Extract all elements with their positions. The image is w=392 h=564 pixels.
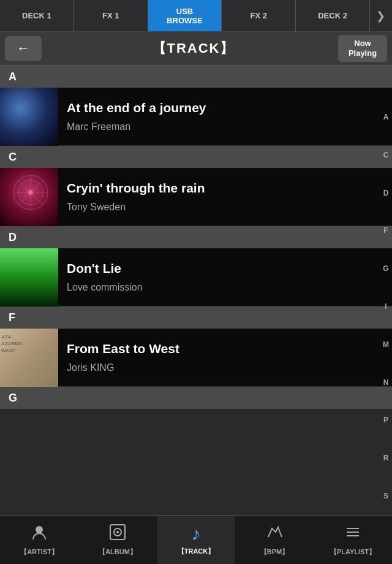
header-bar: ← 【TRACK】 NowPlaying — [0, 32, 392, 66]
playlist-tab-label: 【PLAYLIST】 — [330, 547, 375, 557]
alpha-c[interactable]: C — [383, 151, 389, 159]
track-art-paper: AZAAZARDOWAST — [0, 329, 58, 387]
alpha-f[interactable]: F — [383, 226, 388, 235]
alpha-p[interactable]: P — [383, 416, 388, 424]
nav-more-button[interactable]: ❯ — [370, 0, 392, 31]
music-note-icon: ♪ — [192, 524, 201, 544]
track-tab-label: 【TRACK】 — [178, 547, 215, 556]
track-info: From East to West Joris KING — [58, 335, 392, 379]
section-header-c: C — [0, 146, 392, 168]
back-button[interactable]: ← — [5, 36, 42, 61]
track-art-ferris — [0, 168, 58, 226]
svg-point-10 — [116, 531, 119, 533]
bottom-tab-artist[interactable]: 【ARTIST】 — [0, 516, 78, 564]
alpha-a[interactable]: A — [383, 113, 389, 121]
tab-fx2[interactable]: FX 2 — [222, 0, 296, 31]
alpha-g[interactable]: G — [383, 264, 388, 273]
track-title: At the end of a journey — [67, 101, 383, 115]
alpha-d[interactable]: D — [383, 189, 389, 197]
track-info: Don't Lie Love commission — [58, 255, 392, 299]
bottom-tab-album[interactable]: 【ALBUM】 — [78, 516, 157, 564]
now-playing-button[interactable]: NowPlaying — [338, 35, 387, 62]
svg-point-7 — [36, 526, 43, 533]
track-item-cryin[interactable]: Cryin' through the rain Tony Sweden — [0, 168, 392, 226]
svg-point-6 — [28, 190, 33, 195]
bottom-tab-bpm[interactable]: 【BPM】 — [235, 516, 314, 564]
track-art-green — [0, 248, 58, 307]
album-tab-label: 【ALBUM】 — [99, 547, 137, 557]
alpha-i[interactable]: I — [385, 302, 386, 311]
track-title: From East to West — [67, 341, 383, 356]
bottom-tab-playlist[interactable]: 【PLAYLIST】 — [314, 516, 392, 564]
alpha-m[interactable]: M — [383, 340, 389, 349]
bpm-icon — [266, 524, 283, 545]
track-info: Cryin' through the rain Tony Sweden — [58, 175, 392, 219]
section-header-d: D — [0, 226, 392, 248]
track-art-planet — [0, 88, 58, 146]
track-title: Cryin' through the rain — [67, 181, 383, 196]
track-artist: Marc Freeman — [67, 121, 383, 132]
track-artist: Joris KING — [67, 362, 383, 373]
section-header-a: A — [0, 66, 392, 88]
alpha-r[interactable]: R — [383, 454, 389, 462]
alpha-n[interactable]: N — [383, 378, 389, 387]
bottom-navigation: 【ARTIST】 【ALBUM】 ♪ 【TRACK】 【BPM】 — [0, 515, 392, 564]
bpm-tab-label: 【BPM】 — [260, 547, 288, 557]
section-header-g: G — [0, 387, 392, 409]
alpha-s[interactable]: S — [383, 492, 388, 500]
list-icon — [344, 524, 361, 545]
track-list-container: A At the end of a journey Marc Freeman C… — [0, 66, 392, 564]
alphabet-index: A C D F G I M N P R S — [380, 98, 392, 515]
bottom-tab-track[interactable]: ♪ 【TRACK】 — [157, 516, 235, 564]
track-artist: Love commission — [67, 282, 383, 293]
album-icon — [109, 524, 126, 545]
top-navigation: DECK 1 FX 1 USBBROWSE FX 2 DECK 2 ❯ — [0, 0, 392, 32]
track-item-dont-lie[interactable]: Don't Lie Love commission — [0, 248, 392, 307]
artist-tab-label: 【ARTIST】 — [20, 547, 58, 557]
track-title: Don't Lie — [67, 261, 383, 276]
back-arrow-icon: ← — [17, 40, 30, 56]
tab-fx1[interactable]: FX 1 — [74, 0, 148, 31]
track-item-at-the-end[interactable]: At the end of a journey Marc Freeman — [0, 88, 392, 146]
section-header-f: F — [0, 307, 392, 329]
tab-deck1[interactable]: DECK 1 — [0, 0, 74, 31]
tab-deck2[interactable]: DECK 2 — [296, 0, 370, 31]
tab-usb-browse[interactable]: USBBROWSE — [148, 0, 222, 31]
page-title: 【TRACK】 — [49, 39, 338, 58]
track-item-from-east[interactable]: AZAAZARDOWAST From East to West Joris KI… — [0, 329, 392, 387]
person-icon — [31, 524, 48, 545]
track-artist: Tony Sweden — [67, 202, 383, 213]
track-info: At the end of a journey Marc Freeman — [58, 94, 392, 139]
